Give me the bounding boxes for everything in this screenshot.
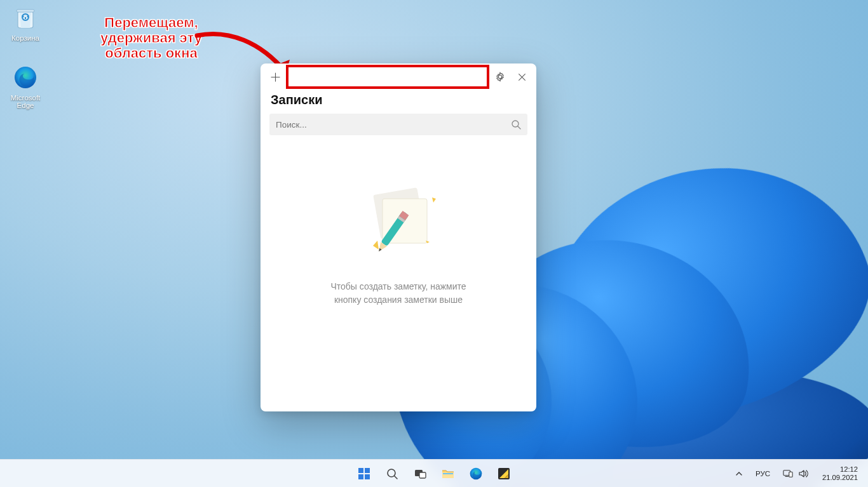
language-indicator[interactable]: РУС [750, 461, 775, 486]
edge-icon [11, 63, 39, 91]
svg-rect-12 [365, 474, 370, 479]
edge-icon [469, 467, 483, 481]
clock-date: 21.09.2021 [822, 474, 858, 482]
annotation-text: Перемещаем, удерживая эту область окна [75, 15, 227, 62]
empty-state: Чтобы создать заметку, нажмите кнопку со… [261, 135, 536, 411]
file-explorer-button[interactable] [435, 461, 461, 486]
desktop-icon-label: Microsoft Edge [3, 94, 48, 109]
system-tray: РУС 12:12 21.09.2021 [730, 460, 864, 488]
desktop-icon-recycle-bin[interactable]: Корзина [3, 4, 48, 42]
svg-point-3 [512, 121, 519, 127]
svg-point-13 [388, 469, 395, 477]
empty-state-text-line2: кнопку создания заметки выше [330, 293, 466, 307]
speaker-icon [798, 469, 808, 478]
search-icon [511, 119, 521, 130]
add-icon [271, 72, 280, 82]
taskbar-search-button[interactable] [379, 461, 405, 486]
folder-icon [441, 467, 455, 481]
sticky-notes-window: Записки [261, 63, 536, 411]
windows-start-icon [357, 467, 371, 481]
desktop-icon-edge[interactable]: Microsoft Edge [3, 63, 48, 109]
titlebar-drag-area[interactable] [288, 66, 487, 88]
network-sound-button[interactable] [778, 461, 813, 486]
desktop-icon-label: Корзина [3, 34, 48, 42]
edge-button[interactable] [463, 461, 489, 486]
svg-rect-15 [419, 472, 426, 478]
recycle-bin-icon [11, 4, 39, 32]
titlebar [261, 63, 536, 90]
svg-rect-11 [358, 474, 363, 479]
svg-rect-9 [358, 468, 363, 473]
clock-time: 12:12 [822, 465, 858, 474]
task-view-button[interactable] [407, 461, 433, 486]
taskbar: РУС 12:12 21.09.2021 [0, 459, 868, 487]
empty-state-text-line1: Чтобы создать заметку, нажмите [330, 280, 466, 293]
window-title: Записки [261, 90, 536, 114]
task-view-icon [414, 467, 426, 480]
search-icon [386, 467, 398, 480]
devices-icon [783, 469, 793, 478]
start-button[interactable] [351, 461, 377, 486]
svg-rect-10 [365, 468, 370, 473]
desktop[interactable]: Корзина Microsoft Edge Перемещаем, удерж… [0, 0, 868, 487]
sticky-notes-icon [497, 467, 511, 481]
close-icon [518, 73, 526, 81]
close-button[interactable] [511, 66, 532, 88]
search-box[interactable] [269, 114, 527, 135]
clock[interactable]: 12:12 21.09.2021 [816, 461, 864, 486]
gear-icon [495, 72, 505, 82]
sticky-notes-taskbar-button[interactable] [491, 461, 517, 486]
svg-rect-1 [17, 10, 34, 12]
settings-button[interactable] [489, 66, 511, 88]
new-note-button[interactable] [264, 66, 286, 88]
tray-overflow-button[interactable] [730, 461, 748, 486]
svg-rect-17 [443, 473, 453, 474]
search-input[interactable] [276, 120, 511, 130]
empty-illustration [351, 180, 446, 262]
chevron-up-icon [735, 470, 743, 477]
svg-rect-21 [789, 472, 792, 477]
